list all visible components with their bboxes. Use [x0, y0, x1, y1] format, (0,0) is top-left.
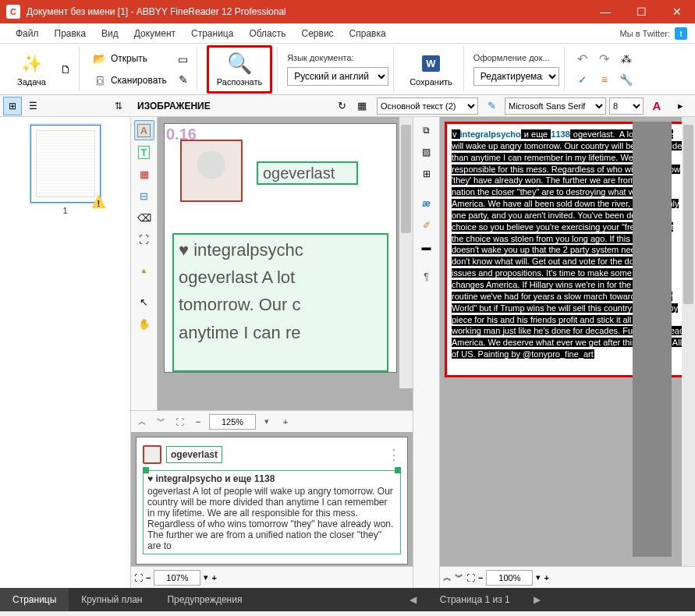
font-grow-button[interactable]	[647, 96, 667, 116]
text-zoom-value[interactable]	[486, 570, 533, 586]
text-expand-button[interactable]: ▸	[670, 96, 690, 116]
text-scrollbar[interactable]	[682, 117, 695, 566]
image-detected-picture[interactable]	[180, 140, 243, 202]
text-zoom-out[interactable]	[478, 573, 483, 582]
image-analyze[interactable]: ▦	[352, 96, 372, 116]
image-collapse-down[interactable]	[153, 414, 168, 430]
text-collapse-down[interactable]	[455, 572, 463, 583]
image-scrollbar[interactable]	[399, 117, 413, 388]
statusbar: Страницы Крупный план Предупреждения ◀ С…	[0, 588, 695, 611]
undo-button[interactable]	[574, 51, 591, 68]
page-thumbnail-1[interactable]: !	[30, 125, 101, 203]
verify-button[interactable]	[574, 71, 591, 88]
lower-zoom-value[interactable]	[154, 570, 200, 586]
new-doc-button[interactable]	[57, 61, 74, 78]
tool-select-all[interactable]	[134, 229, 154, 250]
image-lower-canvas[interactable]: ogeverlast ⋮ ♥ integralpsycho и еще 1138…	[131, 432, 413, 588]
image-reread[interactable]	[332, 96, 352, 116]
redo-button[interactable]	[596, 51, 613, 68]
menu-edit[interactable]: Правка	[47, 25, 94, 42]
tool-image-area[interactable]	[134, 164, 154, 184]
page-next[interactable]: ▶	[534, 594, 541, 605]
lower-zoom-out[interactable]	[146, 573, 151, 582]
ttool-layout[interactable]	[417, 120, 437, 140]
find-button[interactable]	[618, 51, 635, 68]
page-tool-2[interactable]	[175, 71, 192, 88]
sb-tab-pages[interactable]: Страницы	[0, 588, 69, 611]
tool-order[interactable]	[134, 260, 154, 281]
main-area: ! 1 0.16	[0, 117, 695, 588]
scan-label: Сканировать	[111, 75, 167, 86]
lower-fit[interactable]	[134, 573, 143, 582]
image-header: ИЗОБРАЖЕНИЕ	[131, 101, 217, 112]
image-zoom-dropdown[interactable]: ▾	[259, 414, 275, 430]
lower-zoom-in[interactable]	[211, 573, 216, 582]
minimize-button[interactable]: —	[587, 0, 623, 23]
font-select[interactable]: Microsoft Sans Serif	[505, 97, 606, 115]
page-tool-1[interactable]	[175, 51, 192, 68]
save-word-button[interactable]: Сохранить	[403, 49, 459, 90]
image-canvas[interactable]: 0.16 ogeverlast ♥ integralpsychc ogeverl…	[158, 117, 413, 410]
tool-eraser[interactable]	[134, 207, 154, 228]
lower-zoom-dropdown[interactable]: ▾	[204, 572, 208, 582]
image-text-zone-1[interactable]: ogeverlast	[257, 161, 358, 185]
scan-button[interactable]: Сканировать	[89, 71, 170, 90]
layout-select[interactable]: Редактируемая	[473, 67, 559, 86]
maximize-button[interactable]: ☐	[623, 0, 659, 23]
ttool-brush[interactable]	[417, 215, 437, 235]
image-status-bar: ▾	[131, 410, 413, 432]
image-zoom-in[interactable]	[278, 414, 293, 430]
menu-area[interactable]: Область	[241, 25, 293, 42]
menu-help[interactable]: Справка	[342, 25, 394, 42]
image-collapse-up[interactable]	[134, 414, 150, 430]
text-canvas[interactable]: v integralpsycho и еще 1138 ogeverlast. …	[440, 117, 695, 588]
highlight-button[interactable]	[481, 96, 502, 116]
menu-service[interactable]: Сервис	[294, 25, 342, 42]
text-collapse-up[interactable]	[443, 572, 452, 583]
tool-cursor[interactable]	[134, 292, 154, 312]
ttool-color[interactable]: ▬	[417, 237, 437, 257]
lower-heart-line: ♥ integralpsycho и еще 1138	[147, 473, 275, 484]
text-zoom-dropdown[interactable]: ▾	[536, 572, 541, 582]
menu-page[interactable]: Страница	[183, 25, 241, 42]
page-prev[interactable]: ◀	[410, 594, 417, 605]
pages-list-view[interactable]	[23, 97, 42, 115]
tool-hand[interactable]	[134, 313, 154, 334]
tool-area-recognition[interactable]	[134, 120, 154, 140]
pages-sort[interactable]: ⇅	[109, 97, 128, 115]
image-zoom-value[interactable]	[209, 414, 256, 430]
image-fit[interactable]	[172, 414, 187, 430]
twitter-link[interactable]: Мы в Twitter: t	[620, 27, 687, 40]
pages-thumb-view[interactable]	[3, 97, 22, 115]
scanner-icon	[92, 73, 108, 88]
layout-label: Оформление док...	[473, 53, 559, 62]
text-page-margin	[633, 122, 672, 557]
menubar: Файл Правка Вид Документ Страница Област…	[0, 23, 695, 44]
text-style-select[interactable]: Основной текст (2)	[377, 97, 478, 115]
ttool-tab[interactable]: ⊞	[417, 164, 437, 184]
open-button[interactable]: Открыть	[89, 49, 170, 68]
ttool-pic[interactable]: ▨	[417, 142, 437, 162]
page-number-label: 1	[8, 206, 122, 215]
text-zoom-in[interactable]	[544, 573, 548, 582]
language-select[interactable]: Русский и англий	[287, 67, 388, 86]
options-button[interactable]	[618, 71, 635, 88]
recognize-button[interactable]: Распознать	[211, 49, 268, 90]
text-fit[interactable]	[466, 573, 475, 582]
font-size-select[interactable]: 8	[609, 97, 644, 115]
lower-more-icon: ⋮	[387, 451, 401, 458]
close-button[interactable]: ✕	[659, 0, 695, 23]
image-zoom-out[interactable]	[190, 414, 206, 430]
image-text-zone-2[interactable]: ♥ integralpsychc ogeverlast A lot tomorr…	[172, 233, 388, 372]
sb-tab-closeup[interactable]: Крупный план	[69, 588, 154, 611]
ttool-chars[interactable]	[417, 193, 437, 214]
menu-document[interactable]: Документ	[126, 25, 183, 42]
menu-file[interactable]: Файл	[8, 25, 47, 42]
task-button[interactable]: Задача	[11, 49, 52, 90]
tool-text-area[interactable]	[134, 142, 154, 162]
menu-view[interactable]: Вид	[94, 25, 126, 42]
ttool-nonprint[interactable]	[417, 267, 437, 287]
styles-button[interactable]	[596, 71, 613, 88]
tool-table-area[interactable]	[134, 186, 154, 206]
sb-tab-warnings[interactable]: Предупреждения	[154, 588, 254, 611]
